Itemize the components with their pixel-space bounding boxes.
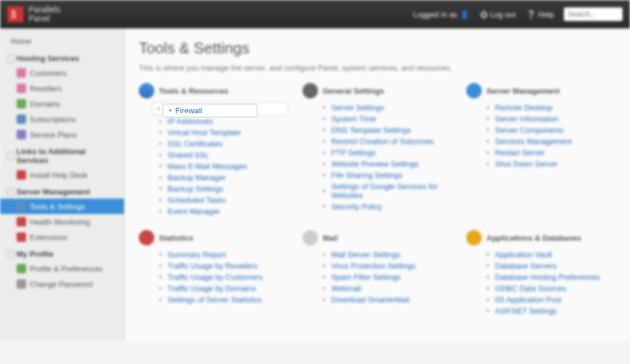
sidebar-item[interactable]: Tools & Settings — [0, 199, 124, 214]
sidebar-section-header[interactable]: −Links to Additional Services — [0, 142, 124, 167]
sub-icon — [17, 114, 26, 124]
sidebar-item[interactable]: Service Plans — [0, 127, 124, 142]
settings-group: StatisticsSummary ReportTraffic Usage by… — [139, 230, 288, 317]
firewall-link[interactable]: Firewall — [176, 106, 202, 115]
settings-link[interactable]: ASP.NET Settings — [495, 306, 557, 315]
sidebar-section-header[interactable]: −Server Management — [0, 183, 124, 199]
settings-link[interactable]: Settings of Google Services for Websites — [332, 182, 452, 200]
list-item: Shared SSL — [159, 149, 288, 161]
sidebar-item[interactable]: Domains — [0, 96, 124, 111]
list-item: DNS Template Settings — [323, 124, 452, 136]
settings-link[interactable]: System Time — [332, 114, 376, 123]
sidebar-item[interactable]: Health Monitoring — [0, 214, 124, 229]
settings-link[interactable]: Shared SSL — [168, 151, 209, 159]
page-title: Tools & Settings — [139, 39, 616, 58]
settings-group: Server ManagementRemote DesktopServer In… — [466, 83, 616, 217]
app-root: Parallels Panel Logged in as 👤 ⏻ Log out… — [0, 0, 630, 340]
settings-link[interactable]: Traffic Usage by Customers — [168, 273, 263, 282]
sidebar-home[interactable]: Home — [0, 33, 124, 49]
list-item: Traffic Usage by Domains — [159, 283, 288, 294]
sidebar-item-label: Health Monitoring — [30, 218, 90, 226]
logged-in-as[interactable]: Logged in as 👤 — [413, 10, 469, 19]
settings-link[interactable]: Virus Protection Settings — [332, 261, 416, 270]
search-input[interactable] — [564, 7, 623, 21]
settings-link[interactable]: Download SmarterMail — [332, 295, 410, 304]
settings-link[interactable]: Restart Server — [495, 148, 545, 157]
sidebar-section-title: My Profile — [17, 250, 53, 258]
sidebar-item[interactable]: Subscriptions — [0, 111, 124, 127]
collapse-icon[interactable]: − — [7, 152, 14, 159]
settings-link[interactable]: Database Hosting Preferences — [495, 273, 600, 282]
settings-link[interactable]: File Sharing Settings — [332, 171, 403, 180]
settings-link[interactable]: Remote Desktop — [495, 103, 553, 112]
list-item: System Time — [323, 113, 452, 124]
settings-link[interactable]: Mail Server Settings — [332, 250, 400, 259]
sidebar-item-label: Resellers — [30, 84, 62, 93]
sidebar-item-label: Service Plans — [30, 130, 77, 139]
sidebar-item-label: Customers — [30, 69, 67, 78]
sidebar-section-title: Hosting Services — [17, 54, 79, 63]
user-icon — [17, 68, 26, 78]
mail-group-icon — [303, 230, 318, 245]
list-item: File Sharing Settings — [323, 170, 452, 181]
settings-link[interactable]: Settings of Server Statistics — [168, 295, 262, 304]
logout-button[interactable]: ⏻ Log out — [480, 10, 516, 19]
list-item: Server Settings — [323, 102, 452, 113]
list-item: Database Servers — [486, 260, 616, 272]
settings-group: Tools & ResourcesFirewallIP AddressesVir… — [139, 83, 288, 217]
settings-link[interactable]: Application Vault — [495, 250, 552, 259]
group-header: Applications & Databases — [466, 230, 616, 245]
settings-link[interactable]: Traffic Usage by Domains — [168, 284, 256, 293]
sidebar-item[interactable]: Install Help Desk — [0, 167, 124, 183]
list-item: Settings of Server Statistics — [159, 294, 288, 305]
settings-link[interactable]: SSL Certificates — [168, 139, 223, 148]
group-header: Tools & Resources — [139, 83, 288, 98]
settings-link[interactable]: Scheduled Tasks — [168, 196, 226, 205]
settings-link[interactable]: Event Manager — [168, 207, 220, 216]
settings-link[interactable]: Backup Manager — [168, 173, 226, 182]
help-button[interactable]: ❔ Help — [526, 10, 554, 19]
general-group-icon — [303, 83, 318, 98]
sidebar-item-label: Domains — [30, 100, 60, 108]
settings-link[interactable]: Restrict Creation of Subzones — [332, 137, 434, 146]
group-header: Server Management — [466, 83, 616, 98]
firewall-link-highlight-overlay[interactable]: • Firewall — [163, 104, 257, 117]
sidebar-item[interactable]: Extensions — [0, 229, 124, 245]
settings-link[interactable]: Shut Down Server — [495, 159, 558, 168]
list-item: Spam Filter Settings — [323, 272, 452, 283]
settings-link[interactable]: Mass E-Mail Messages — [168, 162, 247, 171]
sidebar-section-header[interactable]: −My Profile — [0, 245, 124, 261]
settings-link[interactable]: Server Information — [495, 114, 559, 123]
settings-link[interactable]: IP Addresses — [168, 117, 213, 126]
settings-link[interactable]: Services Management — [495, 137, 572, 146]
brand-logo[interactable]: Parallels Panel — [7, 5, 61, 24]
list-item: Restart Server — [486, 147, 616, 158]
settings-link[interactable]: Database Servers — [495, 261, 557, 270]
list-item: Summary Report — [159, 249, 288, 260]
settings-link[interactable]: DNS Template Settings — [332, 126, 411, 135]
sidebar-item[interactable]: Customers — [0, 65, 124, 81]
settings-link[interactable]: Backup Settings — [168, 184, 224, 193]
group-header: Mail — [303, 230, 452, 245]
collapse-icon[interactable]: − — [7, 251, 14, 258]
settings-link[interactable]: Spam Filter Settings — [332, 273, 401, 282]
sidebar-item[interactable]: Change Password — [0, 276, 124, 292]
sidebar-section-header[interactable]: −Hosting Services — [0, 49, 124, 65]
collapse-icon[interactable]: − — [7, 55, 14, 62]
settings-link[interactable]: FTP Settings — [332, 148, 376, 157]
settings-link[interactable]: Security Policy — [332, 202, 382, 211]
settings-link[interactable]: Server Settings — [332, 103, 384, 112]
sidebar-item[interactable]: Profile & Preferences — [0, 261, 124, 276]
settings-link[interactable]: Webmail — [332, 284, 361, 293]
settings-link[interactable]: Summary Report — [168, 250, 226, 259]
settings-link[interactable]: Virtual Host Template — [168, 128, 241, 137]
list-item: Virus Protection Settings — [323, 260, 452, 272]
sidebar-section-title: Server Management — [17, 187, 90, 196]
settings-link[interactable]: IIS Application Pool — [495, 295, 562, 304]
sidebar-item[interactable]: Resellers — [0, 81, 124, 96]
settings-link[interactable]: Traffic Usage by Resellers — [168, 261, 258, 270]
settings-link[interactable]: Server Components — [495, 126, 564, 135]
settings-link[interactable]: ODBC Data Sources — [495, 284, 567, 293]
settings-link[interactable]: Website Preview Settings — [332, 159, 419, 168]
collapse-icon[interactable]: − — [7, 189, 14, 196]
